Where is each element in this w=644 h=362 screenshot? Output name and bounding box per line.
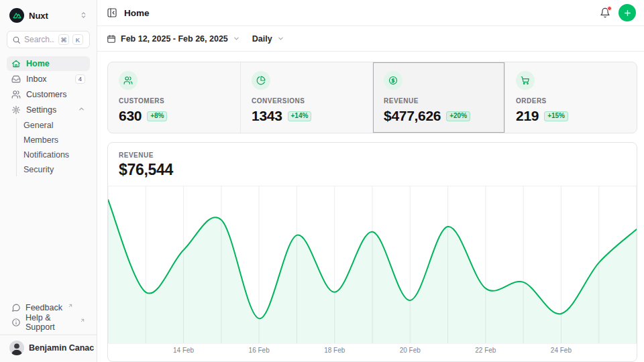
feedback-label: Feedback	[25, 303, 62, 312]
stat-delta-badge: +15%	[544, 111, 568, 121]
kbd-meta: ⌘	[58, 34, 69, 45]
page-title: Home	[124, 8, 150, 18]
sidebar-nav: Home Inbox 4 Customers Settings Genera	[7, 56, 90, 176]
circle-dollar-icon	[384, 71, 402, 90]
inbox-icon	[11, 74, 21, 84]
stat-label: ORDERS	[516, 97, 626, 105]
stats-row: CUSTOMERS 630 +8% CONVERSIONS 1343 +14%	[107, 62, 637, 133]
date-range-label: Feb 12, 2025 - Feb 26, 2025	[121, 34, 228, 44]
chart-plot[interactable]	[108, 186, 637, 343]
sidebar-spacer	[7, 176, 90, 300]
stat-label: CUSTOMERS	[119, 97, 229, 105]
stat-delta-badge: +8%	[147, 111, 167, 121]
notification-dot	[607, 6, 612, 11]
stat-value: $477,626	[384, 108, 441, 124]
sidebar-item-general[interactable]: General	[18, 118, 90, 132]
kbd-k: K	[72, 34, 83, 45]
interval-label: Daily	[252, 34, 272, 44]
chart-kicker: REVENUE	[119, 152, 626, 159]
interval-select[interactable]: Daily	[252, 34, 284, 44]
stat-value: 219	[516, 108, 539, 124]
dashboard-content: CUSTOMERS 630 +8% CONVERSIONS 1343 +14%	[97, 52, 644, 362]
search-icon	[12, 36, 21, 44]
stat-card-customers[interactable]: CUSTOMERS 630 +8%	[108, 62, 240, 133]
sidebar-item-members[interactable]: Members	[18, 133, 90, 147]
house-icon	[11, 59, 21, 68]
x-axis-label: 18 Feb	[324, 347, 345, 354]
x-axis-label: 22 Feb	[475, 347, 496, 354]
chart-header: REVENUE $76,544	[108, 143, 637, 186]
workspace-switcher[interactable]: Nuxt	[7, 5, 90, 25]
chevron-down-icon	[233, 35, 240, 42]
stat-card-conversions[interactable]: CONVERSIONS 1343 +14%	[240, 62, 372, 133]
x-axis-label: 16 Feb	[249, 347, 270, 354]
stat-card-revenue[interactable]: REVENUE $477,626 +20%	[372, 62, 504, 133]
plus-icon	[623, 9, 632, 17]
sidebar-item-label: Home	[26, 59, 50, 68]
stat-card-orders[interactable]: ORDERS 219 +15%	[504, 62, 637, 133]
sidebar-item-inbox[interactable]: Inbox 4	[7, 72, 90, 86]
workspace-name: Nuxt	[29, 11, 48, 21]
calendar-icon	[107, 34, 116, 44]
users-icon	[11, 90, 21, 99]
notifications-button[interactable]	[600, 7, 610, 18]
sidebar-item-customers[interactable]: Customers	[7, 87, 90, 102]
stat-value: 630	[119, 108, 142, 124]
sidebar-item-security[interactable]: Security	[18, 162, 90, 176]
shopping-cart-icon	[516, 71, 535, 90]
x-axis-label: 24 Feb	[551, 347, 572, 354]
chevron-up-icon	[78, 105, 85, 115]
avatar	[9, 341, 24, 355]
external-link-icon	[68, 303, 73, 308]
search-input[interactable]: ⌘ K	[7, 31, 90, 48]
search-field[interactable]	[24, 35, 55, 44]
add-button[interactable]	[619, 4, 636, 21]
help-support-label: Help & Support	[25, 313, 74, 332]
chevrons-up-down-icon	[80, 11, 87, 21]
stat-delta-badge: +20%	[446, 111, 470, 121]
help-support-link[interactable]: Help & Support	[7, 315, 90, 330]
stat-label: CONVERSIONS	[252, 97, 362, 105]
date-range-picker[interactable]: Feb 12, 2025 - Feb 26, 2025	[107, 34, 240, 44]
panel-collapse-icon[interactable]	[107, 7, 117, 18]
sidebar-item-home[interactable]: Home	[7, 56, 90, 71]
sidebar-item-label: Settings	[26, 105, 56, 115]
stat-delta-badge: +14%	[288, 111, 312, 121]
sidebar-item-label: Inbox	[26, 74, 47, 84]
sidebar-item-notifications[interactable]: Notifications	[18, 147, 90, 162]
stat-value: 1343	[252, 108, 282, 124]
sidebar: Nuxt ⌘ K Home Inbox 4	[0, 0, 97, 362]
external-link-icon	[80, 318, 85, 323]
chart-x-axis: 14 Feb16 Feb18 Feb20 Feb22 Feb24 Feb	[108, 343, 637, 357]
topbar-actions	[600, 4, 636, 21]
inbox-count-badge: 4	[75, 74, 85, 84]
sidebar-item-label: Customers	[26, 90, 66, 99]
main-area: Home Feb 12, 2025 - Feb 26, 2025 Daily	[97, 0, 644, 362]
settings-submenu: General Members Notifications Security	[16, 118, 90, 176]
topbar: Home	[97, 0, 644, 26]
stat-label: REVENUE	[384, 97, 494, 105]
revenue-chart-card: REVENUE $76,544 14 Feb16 Feb18 Feb20 Feb…	[107, 142, 637, 362]
chat-bubble-icon	[11, 303, 21, 312]
chevron-down-icon	[277, 35, 284, 42]
filterbar: Feb 12, 2025 - Feb 26, 2025 Daily	[97, 26, 644, 52]
pie-chart-icon	[252, 71, 270, 90]
users-icon	[119, 71, 138, 90]
chart-total: $76,544	[119, 161, 626, 179]
user-name: Benjamin Canac	[29, 343, 94, 353]
user-menu[interactable]: Benjamin Canac	[7, 335, 90, 357]
info-icon	[11, 318, 21, 327]
x-axis-label: 14 Feb	[173, 347, 194, 354]
nuxt-logo-icon	[9, 8, 24, 23]
sidebar-item-settings[interactable]: Settings	[7, 103, 90, 117]
gear-icon	[11, 105, 21, 115]
x-axis-label: 20 Feb	[400, 347, 421, 354]
revenue-chart-svg	[108, 186, 637, 344]
